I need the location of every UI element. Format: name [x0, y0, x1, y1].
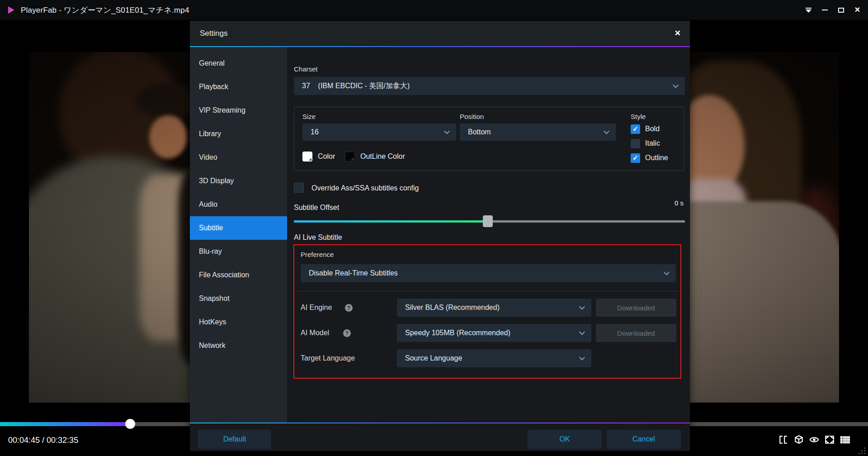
chevron-down-icon	[673, 82, 679, 88]
chevron-down-icon	[604, 128, 609, 134]
chevron-down-icon	[579, 355, 585, 361]
chevron-down-icon	[444, 128, 450, 134]
charset-value: 37 (IBM EBCDIC - 美国/加拿大)	[294, 81, 410, 91]
preference-value: Disable Real-Time Subtitles	[301, 269, 398, 277]
target-language-label: Target Language	[301, 349, 355, 367]
offset-fill	[294, 220, 488, 223]
outline-checkbox[interactable]: ✓	[631, 153, 640, 163]
window-controls: ✕	[805, 0, 861, 20]
subtitle-offset-label: Subtitle Offset	[294, 204, 339, 212]
outline-option: ✓ Outline	[631, 153, 668, 163]
sidebar-item[interactable]: General	[190, 52, 287, 75]
italic-option: Italic	[631, 138, 660, 148]
seek-bar-thumb[interactable]	[125, 419, 135, 429]
settings-close-icon[interactable]: ✕	[675, 28, 681, 38]
offset-thumb[interactable]	[483, 215, 493, 227]
sidebar-item[interactable]: Blu-ray	[190, 240, 287, 263]
font-color-swatch[interactable]	[302, 152, 312, 162]
outline-color-swatch[interactable]	[345, 152, 355, 162]
window-title: PlayerFab - ワンダーマン_S01E01_マチネ.mp4	[21, 5, 189, 15]
3d-cube-icon[interactable]	[794, 435, 804, 445]
bold-label: Bold	[645, 125, 660, 133]
sidebar-item[interactable]: Snapshot	[190, 287, 287, 310]
sidebar-item[interactable]: HotKeys	[190, 310, 287, 334]
eye-icon[interactable]	[809, 435, 819, 445]
close-window-icon[interactable]: ✕	[854, 7, 861, 14]
playback-time: 00:04:45 / 00:32:35	[8, 436, 78, 445]
italic-checkbox[interactable]	[631, 139, 640, 148]
color-label: Color	[318, 152, 335, 161]
settings-title: Settings	[200, 29, 227, 38]
subtitle-offset-value: 0 s	[675, 199, 684, 207]
settings-body: GeneralPlaybackVIP StreamingLibraryVideo…	[190, 47, 690, 443]
seek-bar-fill	[0, 422, 130, 426]
playerfab-window: 00:04:45 / 00:32:35 PlayerFab - ワンダーマン_S…	[0, 0, 868, 456]
video-shape-face	[149, 115, 187, 158]
settings-sidebar: GeneralPlaybackVIP StreamingLibraryVideo…	[190, 47, 287, 443]
playerfab-logo-icon	[6, 5, 15, 14]
ai-model-select[interactable]: Speedy 105MB (Recommended)	[397, 324, 591, 342]
override-ass-checkbox[interactable]	[294, 183, 304, 193]
ai-live-subtitle-label: AI Live Subtitle	[294, 233, 342, 242]
position-label: Position	[460, 113, 484, 120]
player-control-icons	[778, 435, 850, 445]
video-shape-cap	[136, 84, 199, 118]
override-ass-label: Override Ass/SSA subtitles config	[311, 184, 419, 192]
ok-button[interactable]: OK	[528, 430, 602, 449]
sidebar-item[interactable]: VIP Streaming	[190, 99, 287, 122]
preference-label: Preference	[301, 251, 334, 258]
style-label: Style	[631, 113, 646, 120]
ai-model-help-icon[interactable]: ?	[343, 329, 351, 337]
boss-key-icon[interactable]	[805, 7, 812, 14]
bold-option: ✓ Bold	[631, 124, 660, 134]
sidebar-item[interactable]: Playback	[190, 75, 287, 99]
minimize-icon[interactable]	[821, 7, 828, 14]
subtitle-brackets-icon[interactable]	[778, 435, 788, 445]
bold-checkbox[interactable]: ✓	[631, 124, 640, 134]
settings-footer: Default OK Cancel	[190, 423, 690, 451]
target-language-select[interactable]: Source Language	[397, 349, 591, 367]
resize-grip[interactable]	[858, 447, 865, 454]
cancel-button[interactable]: Cancel	[607, 430, 681, 449]
charset-select[interactable]: 37 (IBM EBCDIC - 美国/加拿大)	[294, 77, 685, 95]
settings-dialog: Settings ✕ GeneralPlaybackVIP StreamingL…	[190, 21, 690, 451]
maximize-icon[interactable]	[838, 7, 844, 14]
chevron-down-icon	[664, 270, 670, 276]
settings-header: Settings ✕	[190, 21, 690, 46]
preference-select[interactable]: Disable Real-Time Subtitles	[301, 264, 676, 282]
ai-engine-help-icon[interactable]: ?	[345, 304, 353, 312]
divider	[296, 291, 679, 291]
sidebar-item[interactable]: 3D Display	[190, 169, 287, 193]
ai-model-label: AI Model	[301, 324, 329, 342]
subtitle-offset-slider[interactable]	[294, 215, 685, 227]
titlebar: PlayerFab - ワンダーマン_S01E01_マチネ.mp4 ✕	[0, 0, 868, 20]
charset-label: Charset	[294, 65, 318, 73]
video-shape-man-head	[59, 52, 181, 179]
subtitle-style-group: Size 16 Position Bottom Style ✓ Bold	[294, 107, 684, 171]
sidebar-item[interactable]: Network	[190, 334, 287, 357]
position-value: Bottom	[460, 128, 491, 136]
ai-engine-label: AI Engine	[301, 299, 332, 317]
sidebar-item[interactable]: Audio	[190, 193, 287, 216]
default-button[interactable]: Default	[198, 430, 271, 449]
sidebar-item[interactable]: Subtitle	[190, 216, 287, 240]
sidebar-item[interactable]: Library	[190, 122, 287, 146]
ai-engine-value: Silver BLAS (Recommended)	[397, 304, 500, 312]
fullscreen-icon[interactable]	[825, 435, 835, 445]
ai-model-downloaded-button[interactable]: Downloaded	[596, 324, 676, 342]
target-language-value: Source Language	[397, 354, 462, 362]
position-select[interactable]: Bottom	[460, 124, 616, 141]
chevron-down-icon	[579, 329, 585, 335]
ai-model-value: Speedy 105MB (Recommended)	[397, 329, 510, 337]
size-label: Size	[302, 113, 316, 120]
chevron-down-icon	[579, 304, 585, 310]
ai-engine-downloaded-button[interactable]: Downloaded	[596, 299, 676, 317]
ai-engine-select[interactable]: Silver BLAS (Recommended)	[397, 299, 591, 317]
sidebar-item[interactable]: Video	[190, 146, 287, 169]
size-value: 16	[302, 128, 319, 136]
outline-color-label: OutLine Color	[360, 152, 405, 161]
playlist-icon[interactable]	[840, 435, 850, 445]
outline-label: Outline	[645, 154, 668, 162]
size-select[interactable]: 16	[302, 124, 456, 141]
sidebar-item[interactable]: File Association	[190, 263, 287, 287]
